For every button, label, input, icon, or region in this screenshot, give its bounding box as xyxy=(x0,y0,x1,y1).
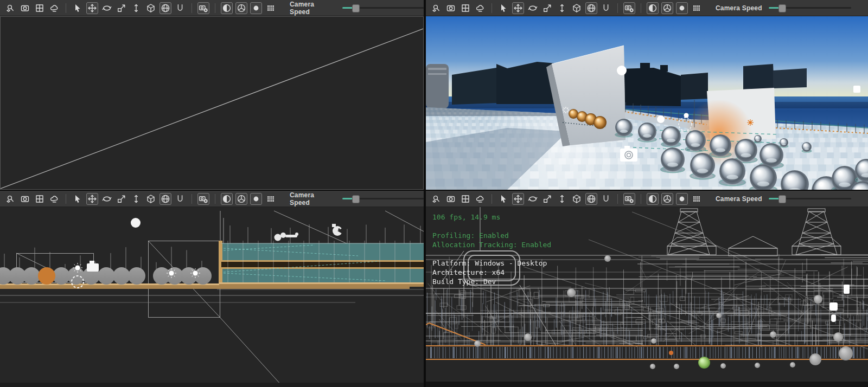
rotate-tool-icon[interactable] xyxy=(101,2,113,14)
grid-overlay-icon[interactable] xyxy=(691,2,703,14)
point-mode-icon[interactable] xyxy=(676,193,688,205)
move-tool-icon[interactable] xyxy=(86,2,98,14)
shading-mode-icon[interactable] xyxy=(221,193,233,205)
toolbar-separator xyxy=(215,3,215,13)
show-helpers-icon[interactable] xyxy=(474,193,486,205)
camera-speed-slider[interactable] xyxy=(342,198,424,199)
camera-speed-slider[interactable] xyxy=(769,198,851,199)
debug-fps: 106 fps, 14.9 ms xyxy=(432,212,551,222)
toolbar-separator xyxy=(215,194,215,204)
camera-speed-handle[interactable] xyxy=(778,4,786,12)
vertical-snap-tool-icon[interactable] xyxy=(130,2,142,14)
wireframe-mode-icon[interactable] xyxy=(235,193,247,205)
select-tool-icon[interactable] xyxy=(72,193,84,205)
scale-tool-icon[interactable] xyxy=(541,193,553,205)
wireframe-mode-icon[interactable] xyxy=(235,2,247,14)
toolbar-separator xyxy=(641,3,641,13)
point-mode-icon[interactable] xyxy=(250,193,262,205)
camera-settings-icon[interactable] xyxy=(197,2,209,14)
snap-magnet-icon[interactable] xyxy=(600,193,612,205)
debug-architecture: Architecture: x64 xyxy=(432,268,551,277)
camera-view-icon[interactable] xyxy=(445,2,457,14)
zoom-to-selection-icon[interactable] xyxy=(4,2,16,14)
zoom-to-selection-icon[interactable] xyxy=(430,193,442,205)
camera-speed-slider[interactable] xyxy=(342,7,424,9)
vertical-snap-tool-icon[interactable] xyxy=(556,193,568,205)
scale-tool-icon[interactable] xyxy=(116,193,127,205)
camera-speed-label: Camera Speed xyxy=(290,1,336,16)
viewport-toolbar: Camera Speed xyxy=(0,0,424,16)
world-space-icon[interactable] xyxy=(585,2,597,14)
rotate-tool-icon[interactable] xyxy=(527,193,539,205)
debug-build-type: Build Type: Dev xyxy=(432,277,551,286)
rotate-tool-icon[interactable] xyxy=(101,193,113,205)
toolbar-separator xyxy=(617,3,618,13)
snap-magnet-icon[interactable] xyxy=(600,2,612,14)
viewport-canvas-wireframe-side[interactable] xyxy=(0,207,424,387)
scale-tool-icon[interactable] xyxy=(116,2,127,14)
move-tool-icon[interactable] xyxy=(512,193,524,205)
wireframe-mode-icon[interactable] xyxy=(661,193,673,205)
scale-tool-icon[interactable] xyxy=(541,2,553,14)
camera-view-icon[interactable] xyxy=(445,193,457,205)
grid-overlay-icon[interactable] xyxy=(691,193,703,205)
toolbar-separator xyxy=(66,194,66,204)
toolbar-separator xyxy=(192,194,192,204)
local-space-icon[interactable] xyxy=(145,193,157,205)
vertical-snap-tool-icon[interactable] xyxy=(130,193,142,205)
rotate-tool-icon[interactable] xyxy=(527,2,539,14)
viewport-top-left[interactable]: Camera Speed xyxy=(0,0,424,190)
camera-speed-slider[interactable] xyxy=(769,7,851,9)
camera-settings-icon[interactable] xyxy=(623,2,635,14)
move-tool-icon[interactable] xyxy=(512,2,524,14)
show-helpers-icon[interactable] xyxy=(474,2,486,14)
show-helpers-icon[interactable] xyxy=(48,193,60,205)
viewport-layout-icon[interactable] xyxy=(34,193,46,205)
zoom-to-selection-icon[interactable] xyxy=(4,193,16,205)
local-space-icon[interactable] xyxy=(571,2,583,14)
shading-mode-icon[interactable] xyxy=(647,2,659,14)
camera-speed-control: Camera Speed xyxy=(716,4,851,12)
wireframe-mode-icon[interactable] xyxy=(661,2,673,14)
viewport-canvas-top-left[interactable] xyxy=(0,16,424,190)
move-tool-icon[interactable] xyxy=(86,193,98,205)
toolbar-separator xyxy=(192,3,192,13)
shading-mode-icon[interactable] xyxy=(221,2,233,14)
world-space-icon[interactable] xyxy=(585,193,597,205)
viewport-layout-icon[interactable] xyxy=(459,2,471,14)
camera-view-icon[interactable] xyxy=(19,193,31,205)
camera-speed-control: Camera Speed xyxy=(290,191,424,207)
local-space-icon[interactable] xyxy=(145,2,157,14)
point-mode-icon[interactable] xyxy=(676,2,688,14)
viewport-bottom-right[interactable]: Camera Speed 106 fps, 14.9 ms Profiling:… xyxy=(426,191,868,387)
show-helpers-icon[interactable] xyxy=(48,2,60,14)
shading-mode-icon[interactable] xyxy=(647,193,659,205)
viewport-layout-icon[interactable] xyxy=(459,193,471,205)
select-tool-icon[interactable] xyxy=(497,2,509,14)
camera-settings-icon[interactable] xyxy=(197,193,209,205)
camera-speed-handle[interactable] xyxy=(778,195,786,203)
snap-magnet-icon[interactable] xyxy=(174,193,186,205)
toolbar-separator xyxy=(66,3,66,13)
editor-multi-viewport: Camera Speed Camera Speed xyxy=(0,0,868,387)
viewport-bottom-left[interactable]: Camera Speed xyxy=(0,191,424,387)
viewport-top-right[interactable]: Camera Speed xyxy=(426,0,868,190)
viewport-layout-icon[interactable] xyxy=(34,2,46,14)
viewport-canvas-rendered-3d[interactable] xyxy=(426,16,868,190)
camera-speed-handle[interactable] xyxy=(352,195,360,203)
world-space-icon[interactable] xyxy=(159,193,171,205)
camera-settings-icon[interactable] xyxy=(623,193,635,205)
select-tool-icon[interactable] xyxy=(72,2,84,14)
zoom-to-selection-icon[interactable] xyxy=(430,2,442,14)
select-tool-icon[interactable] xyxy=(497,193,509,205)
camera-view-icon[interactable] xyxy=(19,2,31,14)
grid-overlay-icon[interactable] xyxy=(265,193,277,205)
world-space-icon[interactable] xyxy=(159,2,171,14)
grid-overlay-icon[interactable] xyxy=(265,2,277,14)
vertical-snap-tool-icon[interactable] xyxy=(556,2,568,14)
snap-magnet-icon[interactable] xyxy=(174,2,186,14)
viewport-toolbar: Camera Speed xyxy=(426,191,868,207)
point-mode-icon[interactable] xyxy=(250,2,262,14)
camera-speed-handle[interactable] xyxy=(352,4,360,12)
local-space-icon[interactable] xyxy=(571,193,583,205)
